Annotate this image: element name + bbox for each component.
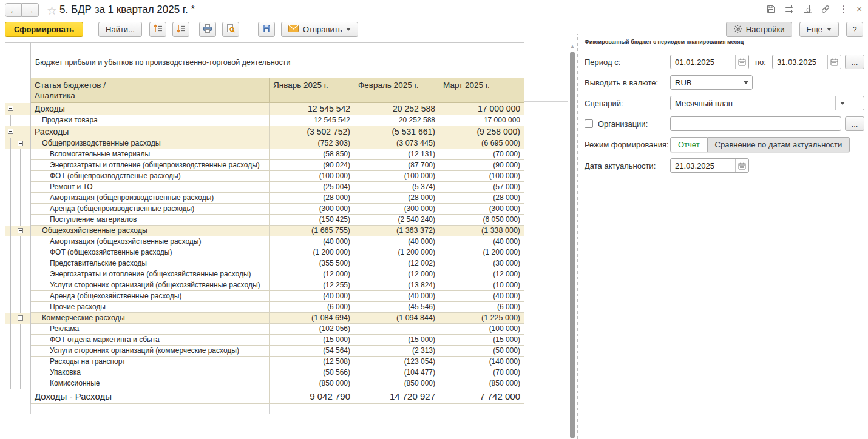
report-row[interactable]: Представительские расходы(355 500)(12 00… bbox=[5, 258, 524, 269]
report-cell-label[interactable]: ФОТ отдела маркетинга и сбыта bbox=[31, 335, 270, 346]
collapse-icon[interactable] bbox=[18, 315, 23, 321]
report-cell-value[interactable]: (355 500) bbox=[270, 258, 354, 269]
send-button[interactable]: Отправить bbox=[281, 22, 358, 37]
report-cell-label[interactable]: Услуги сторонних организаций (коммерческ… bbox=[31, 346, 270, 357]
organizations-input[interactable] bbox=[670, 116, 841, 131]
report-cell-label[interactable]: Аренда (общепроизводственные расходы) bbox=[31, 204, 270, 215]
kebab-menu-icon[interactable]: ⋮ bbox=[839, 4, 848, 14]
report-cell-value[interactable]: (15 000) bbox=[270, 335, 354, 346]
report-row[interactable]: Вспомогательные материалы(58 850)(12 131… bbox=[5, 149, 524, 160]
mode-option-compare[interactable]: Сравнение по датам актуальности bbox=[708, 137, 850, 152]
report-cell-value[interactable]: (12 255) bbox=[270, 280, 354, 291]
chevron-down-icon[interactable] bbox=[835, 96, 849, 110]
report-cell-value[interactable]: (12 000) bbox=[439, 269, 524, 280]
collapse-icon[interactable] bbox=[18, 141, 23, 146]
report-cell-value[interactable]: 14 720 927 bbox=[354, 389, 439, 404]
report-cell-value[interactable]: (100 000) bbox=[439, 171, 524, 182]
scroll-up-icon[interactable]: ▲ bbox=[569, 42, 576, 50]
report-cell-label[interactable]: Энергозатраты и отопление (общехозяйстве… bbox=[31, 269, 270, 280]
report-row[interactable]: Расходы на транспорт(12 508)(123 054)(14… bbox=[5, 357, 524, 367]
report-cell-label[interactable]: Услуги сторонних организаций (общехозяйс… bbox=[31, 280, 270, 291]
report-cell-value[interactable]: (100 000) bbox=[354, 171, 439, 182]
column-header-articles[interactable]: Статья бюджетов / Аналитика bbox=[31, 78, 270, 103]
report-cell-value[interactable] bbox=[354, 324, 439, 335]
report-cell-value[interactable]: (45 546) bbox=[354, 302, 439, 313]
close-icon[interactable]: × bbox=[856, 4, 862, 14]
report-cell-value[interactable]: (3 073 445) bbox=[354, 138, 439, 149]
report-row[interactable]: Услуги сторонних организаций (коммерческ… bbox=[5, 346, 524, 357]
report-row[interactable]: Энергозатраты и отопление (общехозяйстве… bbox=[5, 269, 524, 280]
report-cell-value[interactable]: (104 477) bbox=[354, 367, 439, 378]
report-cell-value[interactable]: (40 000) bbox=[270, 291, 354, 302]
report-cell-value[interactable]: (1 084 694) bbox=[270, 313, 354, 324]
report-cell-value[interactable]: (13 824) bbox=[354, 280, 439, 291]
period-to-input[interactable]: 31.03.2025 bbox=[772, 55, 841, 69]
report-cell-value[interactable]: (12 131) bbox=[354, 149, 439, 160]
report-cell-label[interactable]: Коммерческие расходы bbox=[31, 313, 270, 324]
report-cell-value[interactable]: (1 200 000) bbox=[270, 247, 354, 258]
currency-value[interactable]: RUB bbox=[671, 78, 739, 87]
report-cell-value[interactable]: (57 000) bbox=[439, 182, 524, 193]
report-cell-value[interactable]: (30 000) bbox=[439, 258, 524, 269]
report-cell-value[interactable]: (28 000) bbox=[439, 193, 524, 204]
report-row[interactable]: Амортизация (общепроизводственные расход… bbox=[5, 193, 524, 204]
report-cell-label[interactable]: Упаковка bbox=[31, 367, 270, 378]
report-cell-label[interactable]: Амортизация (общепроизводственные расход… bbox=[31, 193, 270, 204]
mode-option-report[interactable]: Отчет bbox=[670, 137, 708, 152]
report-cell-value[interactable]: (40 000) bbox=[354, 236, 439, 247]
report-cell-value[interactable]: (123 054) bbox=[354, 357, 439, 367]
report-cell-label[interactable]: Амортизация (общехозяйственные расходы) bbox=[31, 236, 270, 247]
report-cell-value[interactable]: (70 000) bbox=[439, 367, 524, 378]
report-cell-value[interactable]: (6 695 000) bbox=[439, 138, 524, 149]
organizations-checkbox[interactable] bbox=[585, 119, 593, 128]
report-cell-label[interactable]: Продажи товара bbox=[31, 115, 270, 126]
report-cell-value[interactable]: (90 024) bbox=[270, 160, 354, 171]
preview-icon[interactable] bbox=[802, 4, 812, 14]
report-row[interactable]: ФОТ отдела маркетинга и сбыта(15 000)(15… bbox=[5, 335, 524, 346]
actual-date-value[interactable]: 21.03.2025 bbox=[671, 161, 735, 170]
report-cell-value[interactable]: (40 000) bbox=[439, 291, 524, 302]
report-row[interactable]: Поступление материалов(150 425)(2 540 24… bbox=[5, 215, 524, 226]
report-cell-value[interactable]: (1 200 000) bbox=[354, 247, 439, 258]
report-row[interactable]: Ремонт и ТО(25 004)(5 374)(57 000) bbox=[5, 182, 524, 193]
report-cell-label[interactable]: Ремонт и ТО bbox=[31, 182, 270, 193]
report-cell-value[interactable]: (300 000) bbox=[354, 204, 439, 215]
report-cell-label[interactable]: Доходы bbox=[31, 103, 270, 115]
report-cell-value[interactable]: 12 545 542 bbox=[270, 115, 354, 126]
report-cell-value[interactable]: (58 850) bbox=[270, 149, 354, 160]
report-row[interactable]: Общехозяйственные расходы(1 665 755)(1 3… bbox=[5, 226, 524, 236]
report-row[interactable]: Коммерческие расходы(1 084 694)(1 094 84… bbox=[5, 313, 524, 324]
report-cell-value[interactable]: (850 000) bbox=[270, 378, 354, 389]
report-cell-value[interactable]: (850 000) bbox=[439, 378, 524, 389]
scenario-value[interactable]: Месячный план bbox=[671, 99, 835, 108]
report-cell-label[interactable]: Вспомогательные материалы bbox=[31, 149, 270, 160]
report-cell-value[interactable]: (100 000) bbox=[439, 324, 524, 335]
report-cell-label[interactable]: Энергозатраты и отпление (общепроизводст… bbox=[31, 160, 270, 171]
report-cell-value[interactable]: 7 742 000 bbox=[439, 389, 524, 404]
expand-groups-button[interactable] bbox=[149, 22, 166, 37]
report-cell-value[interactable]: (15 000) bbox=[439, 335, 524, 346]
actual-date-input[interactable]: 21.03.2025 bbox=[670, 158, 749, 173]
report-row[interactable]: Комиссионные(850 000)(850 000)(850 000) bbox=[5, 378, 524, 389]
report-cell-label[interactable]: ФОТ (общепроизводственые расходы) bbox=[31, 171, 270, 182]
report-cell-value[interactable]: (28 000) bbox=[270, 193, 354, 204]
report-row[interactable]: Прочие расходы(6 000)(45 546)(6 000) bbox=[5, 302, 524, 313]
forward-button[interactable]: → bbox=[22, 3, 39, 17]
generate-button[interactable]: Сформировать bbox=[5, 22, 83, 37]
report-cell-value[interactable]: 17 000 000 bbox=[439, 115, 524, 126]
report-cell-value[interactable]: (300 000) bbox=[439, 204, 524, 215]
calendar-icon[interactable] bbox=[735, 159, 748, 172]
report-row[interactable]: Аренда (общепроизводственные расходы)(30… bbox=[5, 204, 524, 215]
report-cell-value[interactable]: (54 564) bbox=[270, 346, 354, 357]
report-cell-label[interactable]: Прочие расходы bbox=[31, 302, 270, 313]
report-cell-value[interactable]: (50 000) bbox=[439, 346, 524, 357]
report-cell-value[interactable]: (40 000) bbox=[270, 236, 354, 247]
report-cell-label[interactable]: Комиссионные bbox=[31, 378, 270, 389]
collapse-icon[interactable] bbox=[8, 129, 13, 134]
report-cell-value[interactable]: (28 000) bbox=[354, 193, 439, 204]
report-cell-value[interactable]: (40 000) bbox=[439, 236, 524, 247]
report-row[interactable]: Амортизация (общехозяйственные расходы)(… bbox=[5, 236, 524, 247]
report-row[interactable]: Упаковка(50 566)(104 477)(70 000) bbox=[5, 367, 524, 378]
report-cell-value[interactable]: (6 050 000) bbox=[439, 215, 524, 226]
report-row[interactable]: Доходы12 545 54220 252 58817 000 000 bbox=[5, 103, 524, 115]
